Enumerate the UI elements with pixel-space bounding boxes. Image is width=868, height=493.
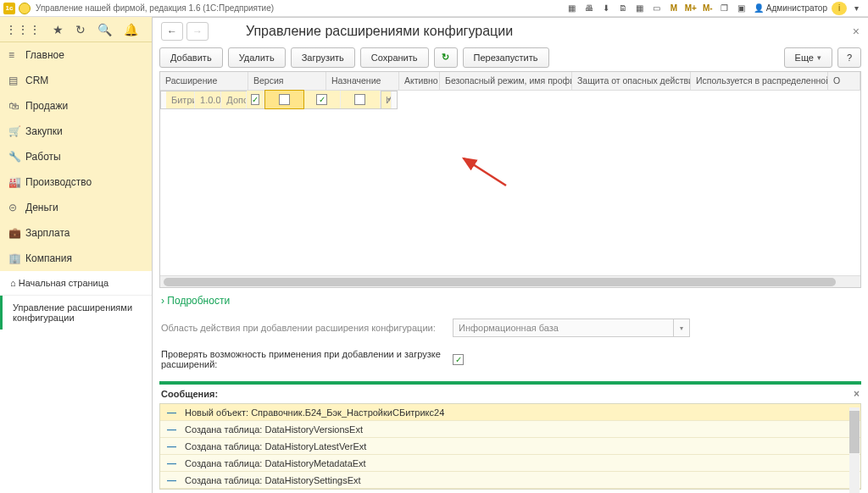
home-icon: ⌂ [10,278,19,288]
briefcase-icon: 💼 [8,227,25,239]
sidebar-active-page[interactable]: Управление расширениями конфигурации [0,296,152,330]
messages-list: —Новый объект: Справочник.Б24_Бэк_Настро… [159,403,861,490]
sales-icon: 🛍 [8,100,25,112]
close-button[interactable]: × [853,25,860,38]
table-row[interactable]: Битрикс24.1С:Бэко... 1.0.0.0 Дополнение … [160,91,398,109]
th-protection[interactable]: Защита от опасных действий [572,72,691,90]
cell-extension[interactable]: Битрикс24.1С:Бэко... [166,91,195,108]
forward-button[interactable]: → [186,22,209,41]
cell-last[interactable]: И [381,91,392,108]
nav-icon[interactable]: ▦ [565,2,580,15]
compare-icon[interactable]: 🗎 [615,2,631,15]
checkbox-protection[interactable]: ✓ [316,94,327,105]
sidebar-item-works[interactable]: 🔧Работы [0,144,152,169]
sidebar-nav: ≡Главное ▤CRM 🛍Продажи 🛒Закупки 🔧Работы … [0,42,152,271]
check-compat-checkbox[interactable]: ✓ [453,354,464,365]
save-icon[interactable]: ⬇ [598,2,614,15]
m-icon[interactable]: M [666,2,682,15]
sidebar-item-company[interactable]: 🏢Компания [0,246,152,271]
message-item[interactable]: —Создана таблица: DataHistoryMetadataExt [160,455,860,472]
load-button[interactable]: Загрузить [291,47,355,68]
help-button[interactable]: ? [837,47,861,68]
calc-icon[interactable]: ▭ [649,2,665,15]
dash-icon: — [167,458,176,468]
message-item[interactable]: —Создана таблица: DataHistorySettingsExt [160,472,860,489]
sidebar-item-production[interactable]: 🏭Производство [0,169,152,195]
add-button[interactable]: Добавить [159,47,223,68]
building-icon: 🏢 [8,252,25,264]
delete-button[interactable]: Удалить [228,47,286,68]
sidebar-home[interactable]: ⌂ Начальная страница [0,271,152,296]
search-icon[interactable]: 🔍 [97,23,112,36]
th-last[interactable]: О [828,72,860,90]
crm-icon: ▤ [8,75,25,86]
checkbox-distributed[interactable] [354,94,365,105]
messages-close[interactable]: × [854,388,860,400]
cell-active[interactable]: ✓ [247,91,264,108]
cell-purpose[interactable]: Дополнение [221,91,247,108]
calendar-icon[interactable]: ▦ [632,2,648,15]
scope-label: Область действия при добавлении расширен… [161,323,453,333]
th-extension[interactable]: Расширение [160,72,248,90]
menu-icon: ≡ [8,49,25,61]
print-icon[interactable]: 🖶 [581,2,597,15]
window-icon[interactable]: ▣ [734,2,749,15]
checkbox-safemode[interactable] [279,94,290,105]
horizontal-scrollbar[interactable] [160,275,860,287]
sidebar-item-salary[interactable]: 💼Зарплата [0,220,152,246]
table-header: Расширение Версия Назначение Активно Без… [160,72,860,91]
message-item[interactable]: —Создана таблица: DataHistoryVersionsExt [160,421,860,438]
window-title: Управление нашей фирмой, редакция 1.6 (1… [36,3,274,13]
cart-icon: 🛒 [8,125,25,137]
scope-select[interactable]: Информационная база [453,319,690,337]
m-plus-icon[interactable]: M+ [683,2,698,15]
th-active[interactable]: Активно [399,72,440,90]
refresh-button[interactable]: ↻ [434,47,458,68]
back-button[interactable]: ← [161,22,183,41]
th-purpose[interactable]: Назначение [326,72,399,90]
titlebar: 1c Управление нашей фирмой, редакция 1.6… [0,0,868,17]
star-icon[interactable]: ★ [53,23,64,36]
cell-protection[interactable]: ✓ [304,91,340,108]
messages-header: Сообщения: [161,389,218,399]
m-minus-icon[interactable]: M- [700,2,715,15]
sidebar-item-money[interactable]: ⊝Деньги [0,195,152,220]
message-item[interactable]: —Создана таблица: DataHistoryLatestVerEx… [160,438,860,455]
cell-safemode[interactable] [264,90,304,109]
apps-icon[interactable]: ⋮⋮⋮ [5,23,41,36]
page-title: Управление расширениями конфигурации [246,24,513,39]
logo-1c-icon: 1c [3,3,15,14]
details-toggle[interactable]: Подробности [161,295,860,307]
sidebar: ⋮⋮⋮ ★ ↻ 🔍 🔔 ≡Главное ▤CRM 🛍Продажи 🛒Заку… [0,17,153,493]
th-safemode[interactable]: Безопасный режим, имя профиля [440,72,572,90]
save-button[interactable]: Сохранить [360,47,429,68]
wrench-icon: 🔧 [8,151,25,163]
clip-icon[interactable]: ❐ [717,2,732,15]
toolbar: Добавить Удалить Загрузить Сохранить ↻ П… [153,44,868,70]
bell-icon[interactable]: 🔔 [124,23,138,36]
sidebar-item-purchases[interactable]: 🛒Закупки [0,119,152,144]
dropdown-icon[interactable] [19,3,31,14]
extensions-table: Расширение Версия Назначение Активно Без… [159,71,861,288]
sidebar-item-main[interactable]: ≡Главное [0,42,152,68]
sidebar-item-sales[interactable]: 🛍Продажи [0,93,152,119]
history-icon[interactable]: ↻ [75,23,86,36]
th-distributed[interactable]: Используется в распределенной ИБ [691,72,828,90]
vertical-scrollbar[interactable] [849,407,860,493]
factory-icon: 🏭 [8,176,25,188]
user-label[interactable]: 👤Администратор [754,3,827,13]
more-button[interactable]: Еще [784,47,832,68]
message-item[interactable]: —Новый объект: Справочник.Б24_Бэк_Настро… [160,404,860,421]
main: ← → Управление расширениями конфигурации… [153,17,868,493]
checkbox-active[interactable]: ✓ [251,94,259,105]
menu-icon[interactable]: ▾ [849,2,864,15]
th-version[interactable]: Версия [248,72,326,90]
restart-button[interactable]: Перезапустить [463,47,549,68]
dash-icon: — [167,441,176,451]
cell-version[interactable]: 1.0.0.0 [195,91,221,108]
check-compat-label: Проверять возможность применения при доб… [161,349,453,369]
cell-distributed[interactable] [341,91,381,108]
sidebar-item-crm[interactable]: ▤CRM [0,68,152,93]
coin-icon: ⊝ [8,202,25,213]
info-icon[interactable]: i [832,2,847,15]
